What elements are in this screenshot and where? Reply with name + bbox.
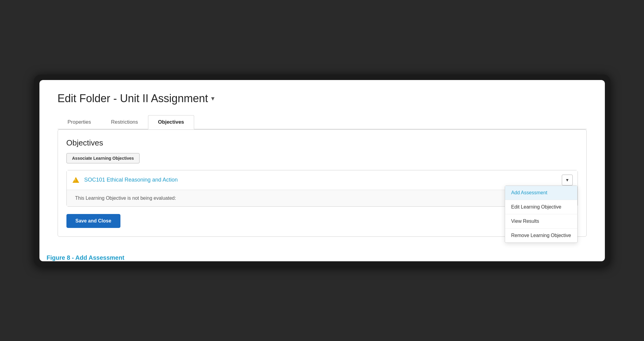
title-chevron-icon[interactable]: ▾ — [211, 95, 214, 102]
learning-objective-header: SOC101 Ethical Reasoning and Action ▾ Ad… — [67, 170, 578, 190]
dropdown-view-results[interactable]: View Results — [505, 214, 577, 229]
warning-icon — [72, 176, 80, 184]
objectives-section-title: Objectives — [66, 138, 578, 148]
save-and-close-button[interactable]: Save and Close — [66, 214, 120, 228]
learning-objective-dropdown-button[interactable]: ▾ — [562, 175, 573, 186]
associate-learning-objectives-button[interactable]: Associate Learning Objectives — [66, 153, 140, 163]
chevron-down-icon: ▾ — [566, 177, 568, 183]
page-content: Edit Folder - Unit II Assignment ▾ Prope… — [39, 80, 605, 249]
figure-caption: Figure 8 - Add Assessment — [39, 249, 605, 261]
page-title-row: Edit Folder - Unit II Assignment ▾ — [58, 92, 587, 105]
tab-objectives[interactable]: Objectives — [148, 115, 194, 129]
learning-objective-title-link[interactable]: SOC101 Ethical Reasoning and Action — [84, 177, 562, 183]
dropdown-menu: Add Assessment Edit Learning Objective V… — [505, 186, 577, 243]
objectives-box: Objectives Associate Learning Objectives… — [58, 129, 587, 237]
learning-objective-body: This Learning Objective is not being eva… — [67, 190, 578, 206]
dropdown-edit-learning-objective[interactable]: Edit Learning Objective — [505, 200, 577, 214]
tab-properties[interactable]: Properties — [58, 115, 101, 129]
page-title: Edit Folder - Unit II Assignment — [58, 92, 208, 105]
tab-restrictions[interactable]: Restrictions — [101, 115, 148, 129]
learning-objective-row: SOC101 Ethical Reasoning and Action ▾ Ad… — [66, 170, 578, 207]
outer-frame: Edit Folder - Unit II Assignment ▾ Prope… — [34, 75, 610, 267]
tabs-row: Properties Restrictions Objectives — [58, 115, 587, 129]
dropdown-add-assessment[interactable]: Add Assessment — [505, 186, 577, 200]
not-evaluated-text: This Learning Objective is not being eva… — [75, 196, 176, 201]
inner-frame: Edit Folder - Unit II Assignment ▾ Prope… — [39, 80, 605, 261]
dropdown-remove-learning-objective[interactable]: Remove Learning Objective — [505, 229, 577, 242]
